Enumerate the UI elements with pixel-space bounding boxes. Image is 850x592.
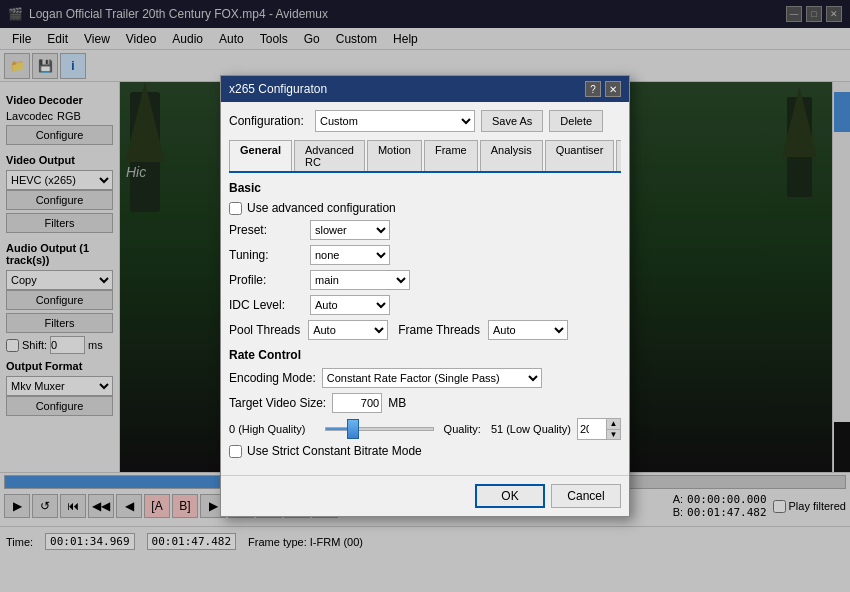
spinbox-down[interactable]: ▼: [606, 430, 620, 440]
delete-btn[interactable]: Delete: [549, 110, 603, 132]
preset-select[interactable]: slower: [310, 220, 390, 240]
ok-button[interactable]: OK: [475, 484, 545, 508]
target-video-row: Target Video Size: MB: [229, 393, 621, 413]
mb-label: MB: [388, 396, 406, 410]
rate-control-section: Rate Control Encoding Mode: Constant Rat…: [229, 348, 621, 458]
quality-slider-container[interactable]: [325, 419, 434, 439]
config-select[interactable]: Custom: [315, 110, 475, 132]
strict-cbr-checkbox[interactable]: [229, 445, 242, 458]
quality-slider-row: 0 (High Quality) Quality: 51 (Low Qualit…: [229, 418, 621, 440]
rate-control-title: Rate Control: [229, 348, 621, 362]
dialog-help-btn[interactable]: ?: [585, 81, 601, 97]
x265-dialog: x265 Configuraton ? ✕ Configuration: Cus…: [220, 75, 630, 517]
profile-row: Profile: main: [229, 270, 621, 290]
tabs: General Advanced RC Motion Frame Analysi…: [229, 140, 621, 173]
frame-threads-select[interactable]: Auto: [488, 320, 568, 340]
strict-cbr-row: Use Strict Constant Bitrate Mode: [229, 444, 621, 458]
profile-label: Profile:: [229, 273, 304, 287]
target-video-label: Target Video Size:: [229, 396, 326, 410]
spinbox-up[interactable]: ▲: [606, 419, 620, 430]
tab-advanced-rc[interactable]: Advanced RC: [294, 140, 365, 171]
use-advanced-checkbox[interactable]: [229, 202, 242, 215]
modal-title-bar: x265 Configuraton ? ✕: [221, 76, 629, 102]
threads-row: Pool Threads Auto Frame Threads Auto: [229, 320, 621, 340]
frame-threads-label: Frame Threads: [398, 323, 480, 337]
quality-value-input[interactable]: [578, 419, 606, 439]
tab-quantiser[interactable]: Quantiser: [545, 140, 615, 171]
config-row: Configuration: Custom Save As Delete: [229, 110, 621, 132]
modal-body: Configuration: Custom Save As Delete Gen…: [221, 102, 629, 471]
quality-slider-thumb[interactable]: [347, 419, 359, 439]
preset-row: Preset: slower: [229, 220, 621, 240]
tuning-row: Tuning: none: [229, 245, 621, 265]
basic-section-title: Basic: [229, 181, 621, 195]
modal-overlay: x265 Configuraton ? ✕ Configuration: Cus…: [0, 0, 850, 592]
tab-analysis[interactable]: Analysis: [480, 140, 543, 171]
strict-cbr-label: Use Strict Constant Bitrate Mode: [247, 444, 422, 458]
modal-footer: OK Cancel: [221, 475, 629, 516]
encoding-mode-select[interactable]: Constant Rate Factor (Single Pass): [322, 368, 542, 388]
quality-center-label: Quality:: [444, 423, 481, 435]
pool-threads-label: Pool Threads: [229, 323, 300, 337]
modal-title-controls: ? ✕: [585, 81, 621, 97]
target-video-input[interactable]: [332, 393, 382, 413]
modal-title: x265 Configuraton: [229, 82, 327, 96]
config-label: Configuration:: [229, 114, 309, 128]
tab-frame[interactable]: Frame: [424, 140, 478, 171]
spinbox-arrows: ▲ ▼: [606, 419, 620, 439]
tuning-select[interactable]: none: [310, 245, 390, 265]
save-as-btn[interactable]: Save As: [481, 110, 543, 132]
tab-general[interactable]: General: [229, 140, 292, 173]
dialog-close-btn[interactable]: ✕: [605, 81, 621, 97]
idc-row: IDC Level: Auto: [229, 295, 621, 315]
quality-spinbox: ▲ ▼: [577, 418, 621, 440]
idc-select[interactable]: Auto: [310, 295, 390, 315]
tuning-label: Tuning:: [229, 248, 304, 262]
use-advanced-label: Use advanced configuration: [247, 201, 396, 215]
use-advanced-row: Use advanced configuration: [229, 201, 621, 215]
quality-high-label: 51 (Low Quality): [491, 423, 571, 435]
profile-select[interactable]: main: [310, 270, 410, 290]
tab-advanced1[interactable]: Advanced 1: [616, 140, 621, 171]
idc-label: IDC Level:: [229, 298, 304, 312]
cancel-button[interactable]: Cancel: [551, 484, 621, 508]
pool-threads-select[interactable]: Auto: [308, 320, 388, 340]
preset-label: Preset:: [229, 223, 304, 237]
encoding-mode-row: Encoding Mode: Constant Rate Factor (Sin…: [229, 368, 621, 388]
encoding-mode-label: Encoding Mode:: [229, 371, 316, 385]
quality-low-label: 0 (High Quality): [229, 423, 319, 435]
tab-motion[interactable]: Motion: [367, 140, 422, 171]
